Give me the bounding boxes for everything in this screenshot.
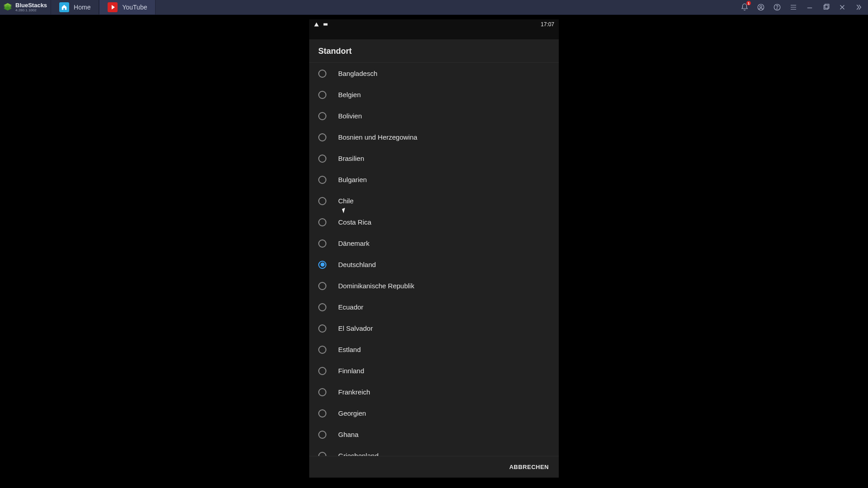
location-option-label: Bangladesch [338,70,377,77]
keyboard-icon [323,22,328,27]
minimize-button[interactable] [805,2,815,12]
radio-icon [318,133,326,141]
radio-icon [318,176,326,184]
svg-point-4 [760,5,762,8]
location-option[interactable]: Griechenland [309,445,559,456]
expand-sidebar-button[interactable] [854,2,863,12]
minimize-icon [806,3,814,11]
tab-label: Home [74,4,90,11]
location-option[interactable]: Deutschland [309,254,559,275]
tab-strip: Home YouTube [51,0,156,14]
cancel-button[interactable]: ABBRECHEN [506,461,552,473]
location-option[interactable]: Bolivien [309,105,559,127]
location-option-label: Frankreich [338,388,370,396]
radio-icon [318,431,326,439]
svg-point-6 [777,9,777,9]
radio-icon [318,409,326,418]
location-option-label: Griechenland [338,452,378,456]
maximize-button[interactable] [821,2,831,12]
radio-icon [318,282,326,290]
warning-icon [314,22,319,27]
location-option[interactable]: El Salvador [309,318,559,339]
location-option[interactable]: Chile [309,190,559,211]
location-option[interactable]: Bosnien und Herzegowina [309,127,559,148]
location-option[interactable]: Bangladesch [309,63,559,84]
location-option-label: Estland [338,346,361,353]
account-button[interactable] [756,2,766,12]
notification-badge: 1 [746,1,751,5]
location-option[interactable]: Bulgarien [309,169,559,190]
location-option-label: Finnland [338,367,364,375]
bluestacks-logo-icon [3,2,13,12]
location-option[interactable]: Costa Rica [309,211,559,233]
close-button[interactable] [837,2,847,12]
location-option[interactable]: Dominikanische Republik [309,275,559,296]
radio-icon [318,346,326,354]
radio-icon [318,303,326,311]
svg-rect-7 [824,5,828,9]
location-option-label: Chile [338,197,354,205]
radio-icon [318,261,326,269]
radio-icon [318,155,326,163]
location-option-label: Belgien [338,91,361,99]
location-option[interactable]: Georgien [309,403,559,424]
location-option-label: Ghana [338,431,359,438]
titlebar-actions: 1 [740,2,868,12]
home-icon [59,2,69,12]
menu-icon [789,3,797,11]
svg-rect-9 [324,23,328,26]
help-circle-icon [773,3,781,11]
notifications-button[interactable]: 1 [740,2,750,12]
location-option-label: Bulgarien [338,176,367,183]
chevron-double-right-icon [854,3,863,11]
menu-button[interactable] [788,2,798,12]
statusbar-time: 17:07 [541,21,554,28]
location-option[interactable]: Finnland [309,360,559,381]
android-frame: 17:07 Standort BangladeschBelgienBolivie… [309,19,559,478]
location-options-list[interactable]: BangladeschBelgienBolivienBosnien und He… [309,63,559,456]
tab-home[interactable]: Home [51,0,99,14]
youtube-icon [108,2,118,12]
location-option[interactable]: Ecuador [309,296,559,318]
radio-icon [318,70,326,78]
location-option[interactable]: Ghana [309,424,559,445]
svg-rect-8 [825,4,829,8]
tab-youtube[interactable]: YouTube [99,0,156,14]
close-icon [838,3,846,11]
location-option[interactable]: Belgien [309,84,559,105]
app-content: 17:07 Standort BangladeschBelgienBolivie… [0,15,868,488]
radio-icon [318,112,326,120]
location-option-label: Brasilien [338,155,364,162]
dialog-title: Standort [309,39,559,63]
help-button[interactable] [772,2,782,12]
dialog-actions: ABBRECHEN [309,456,559,478]
radio-icon [318,452,326,456]
radio-icon [318,239,326,248]
location-option-label: El Salvador [338,324,373,332]
titlebar: BlueStacks 4.280.1.1002 Home YouTube 1 [0,0,868,15]
location-option-label: Bosnien und Herzegowina [338,133,417,141]
location-option[interactable]: Frankreich [309,381,559,403]
location-option-label: Georgien [338,409,366,417]
location-option-label: Costa Rica [338,218,371,226]
radio-icon [318,324,326,333]
location-option[interactable]: Brasilien [309,148,559,169]
location-option-label: Ecuador [338,303,363,311]
android-statusbar: 17:07 [309,19,559,29]
location-option-label: Dominikanische Republik [338,282,414,290]
brand-version: 4.280.1.1002 [15,9,47,12]
radio-icon [318,197,326,205]
radio-icon [318,388,326,396]
location-option[interactable]: Dänemark [309,233,559,254]
location-option-label: Bolivien [338,112,362,120]
radio-icon [318,218,326,226]
user-circle-icon [757,3,765,11]
brand: BlueStacks 4.280.1.1002 [0,0,51,14]
location-option-label: Deutschland [338,261,376,268]
location-dialog: Standort BangladeschBelgienBolivienBosni… [309,39,559,478]
radio-icon [318,367,326,375]
brand-name: BlueStacks [15,2,47,8]
location-option-label: Dänemark [338,239,369,247]
radio-icon [318,91,326,99]
location-option[interactable]: Estland [309,339,559,360]
